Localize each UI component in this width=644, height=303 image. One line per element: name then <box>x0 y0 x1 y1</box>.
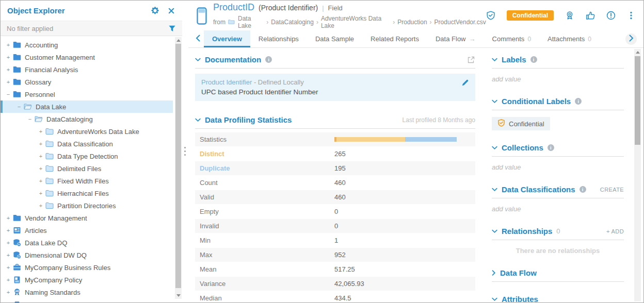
expand-icon[interactable]: + <box>37 190 44 196</box>
scroll-down-arrow-icon[interactable] <box>176 294 181 297</box>
add-value-placeholder[interactable]: add value <box>492 205 521 213</box>
add-button[interactable]: + ADD <box>606 228 624 234</box>
tree-item-mycompany-business-rules[interactable]: +MyCompany Business Rules <box>1 261 173 274</box>
sidebar-scrollbar-thumb[interactable] <box>175 44 181 288</box>
tab-related-reports[interactable]: Related Reports <box>362 30 427 47</box>
tree-item-dimensional-dw-dq[interactable]: +Dimensional DW DQ <box>1 249 173 261</box>
scroll-up-arrow-icon[interactable] <box>636 51 640 54</box>
info-icon[interactable]: i <box>548 144 554 151</box>
info-icon[interactable]: i <box>575 98 582 105</box>
tree-item-partition-directories[interactable]: +Partition Directories <box>1 199 173 212</box>
expand-icon[interactable]: + <box>37 128 44 134</box>
report-issue-icon[interactable] <box>606 11 616 20</box>
tab-overview[interactable]: Overview <box>204 30 250 47</box>
expand-icon[interactable]: + <box>37 178 44 184</box>
tree-item-naming-standards[interactable]: +ABNaming Standards <box>1 286 173 298</box>
tree-item-data-lake-dq[interactable]: +Data Lake DQ <box>1 237 173 249</box>
create-button[interactable]: CREATE <box>600 187 624 193</box>
expand-icon[interactable]: + <box>5 215 12 221</box>
tree-item-fixed-width-files[interactable]: +Fixed Width Files <box>1 175 173 187</box>
thumbs-up-icon[interactable] <box>586 11 595 20</box>
breadcrumb-item[interactable]: AdventureWorks Data Lake <box>321 15 390 29</box>
tree-item-articles[interactable]: +Articles <box>1 224 173 237</box>
tab-data-sample[interactable]: Data Sample <box>307 30 362 47</box>
chevron-down-icon[interactable] <box>492 297 497 301</box>
chevron-down-icon[interactable] <box>492 146 497 150</box>
breadcrumb-item[interactable]: Production <box>397 19 427 26</box>
info-icon[interactable]: i <box>530 56 537 63</box>
chevron-right-icon[interactable] <box>492 270 496 276</box>
breadcrumb-item[interactable]: DataCataloging <box>271 19 314 26</box>
expand-icon[interactable]: + <box>5 42 12 48</box>
documentation-term-link[interactable]: Product Identifier <box>201 78 252 86</box>
panel-splitter[interactable] <box>182 1 188 302</box>
scroll-up-arrow-icon[interactable] <box>176 39 181 42</box>
tree-item-financial-analysis[interactable]: +Financial Analysis <box>1 63 173 76</box>
edit-pencil-icon[interactable] <box>461 78 470 87</box>
stat-label: Mean <box>195 265 334 273</box>
expand-icon[interactable]: + <box>5 66 12 73</box>
expand-icon[interactable]: + <box>5 301 12 302</box>
kebab-menu-icon[interactable] <box>627 11 635 20</box>
breadcrumb-separator: › <box>316 19 318 26</box>
conditional-label-chip[interactable]: Confidential <box>492 117 550 130</box>
settings-gear-icon[interactable] <box>151 6 159 15</box>
tab-relationships[interactable]: Relationships <box>250 30 307 47</box>
chevron-down-icon[interactable] <box>492 99 497 104</box>
breadcrumb-item[interactable]: ProductVendor.csv <box>434 19 486 26</box>
tree-item-adventureworks-data-lake[interactable]: +AdventureWorks Data Lake <box>1 125 173 138</box>
expand-icon[interactable]: + <box>37 165 44 172</box>
tree-item-personnel[interactable]: −Personnel <box>1 88 173 100</box>
add-value-placeholder[interactable]: add value <box>492 75 521 83</box>
tree-item-data-classification[interactable]: +Data Classification <box>1 138 173 150</box>
tree-item-accounting[interactable]: +Accounting <box>1 39 173 51</box>
tab-comments[interactable]: Comments0 <box>484 30 540 47</box>
expand-icon[interactable]: + <box>5 227 12 233</box>
expand-icon[interactable]: + <box>37 153 44 159</box>
expand-icon[interactable]: + <box>5 240 12 246</box>
info-icon[interactable]: i <box>579 186 586 193</box>
tree-item-datacataloging[interactable]: −DataCataloging <box>1 113 173 125</box>
tree-item-hierrachical-files[interactable]: +Hierrachical Files <box>1 187 173 199</box>
splitter-handle-icon[interactable] <box>184 147 186 156</box>
expand-icon[interactable]: + <box>5 79 12 85</box>
info-icon[interactable]: i <box>265 56 272 63</box>
chevron-down-icon[interactable] <box>195 58 201 62</box>
add-value-placeholder[interactable]: add value <box>492 163 521 171</box>
filter-funnel-icon[interactable] <box>168 25 176 32</box>
tree-item-customer-management[interactable]: +Customer Management <box>1 51 173 63</box>
tree-item-vendor-management[interactable]: +Vendor Management <box>1 212 173 224</box>
breadcrumb-item[interactable]: Data Lake <box>238 15 264 29</box>
expand-icon[interactable]: + <box>5 277 12 283</box>
chevron-down-icon[interactable] <box>492 188 497 192</box>
expand-icon[interactable]: + <box>5 289 12 295</box>
content-scrollbar[interactable] <box>634 49 641 301</box>
chevron-down-icon[interactable] <box>492 58 497 62</box>
sidebar-scrollbar[interactable] <box>175 37 182 299</box>
tab-attachments[interactable]: Attachments0 <box>539 30 600 47</box>
external-link-icon[interactable] <box>467 56 475 64</box>
collapse-icon[interactable]: − <box>5 91 12 97</box>
tabs-scroll-left[interactable] <box>192 30 204 47</box>
tree-item-data-lake[interactable]: −Data Lake <box>1 100 173 113</box>
chevron-down-icon[interactable] <box>492 229 497 233</box>
expand-icon[interactable]: + <box>5 54 12 60</box>
tree-item-glossary[interactable]: +Glossary <box>1 76 173 88</box>
chevron-down-icon[interactable] <box>195 118 201 122</box>
collapse-icon[interactable]: − <box>26 116 34 122</box>
content-scrollbar-thumb[interactable] <box>635 56 640 145</box>
tabs-scroll-right[interactable] <box>623 30 639 47</box>
collapse-icon[interactable]: − <box>15 104 23 110</box>
close-icon[interactable] <box>168 7 175 14</box>
tree-item-delimited-files[interactable]: +Delimited Files <box>1 162 173 175</box>
tree-item-samples[interactable]: +Samples <box>1 298 173 302</box>
expand-icon[interactable]: + <box>5 252 12 258</box>
policy-icon <box>13 276 21 284</box>
expand-icon[interactable]: + <box>5 264 12 271</box>
expand-icon[interactable]: + <box>37 141 44 147</box>
tab-data-flow[interactable]: Data Flow→ <box>427 30 484 47</box>
expand-icon[interactable]: + <box>37 203 44 209</box>
endorse-award-icon[interactable] <box>565 11 574 20</box>
tree-item-data-type-detection[interactable]: +Data Type Detection <box>1 150 173 162</box>
tree-item-mycompany-policy[interactable]: +MyCompany Policy <box>1 274 173 286</box>
